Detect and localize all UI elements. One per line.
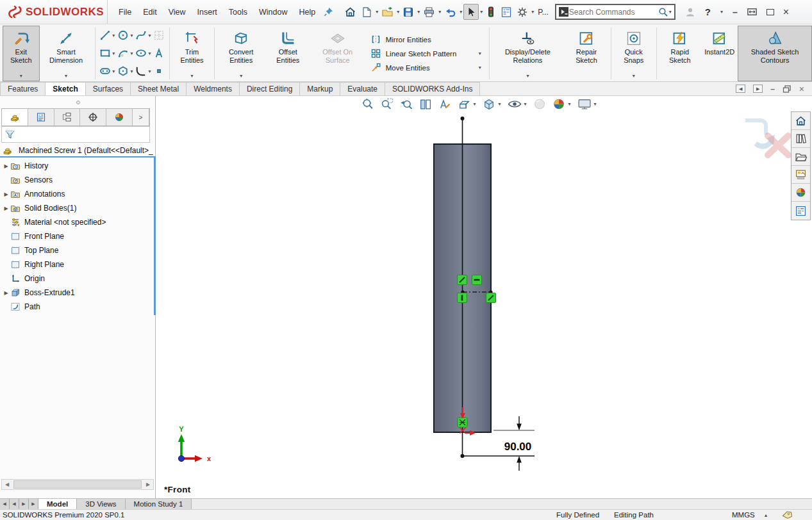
model-tab[interactable]: Model	[38, 499, 77, 509]
rapid-sketch-button[interactable]: Rapid Sketch	[659, 26, 702, 81]
relation-horizontal-badge[interactable]	[472, 275, 482, 285]
save-dropdown-icon[interactable]: ▾	[417, 9, 420, 15]
display-delete-relations-button[interactable]: Display/Delete Relations ▾	[492, 26, 565, 81]
print-dropdown-icon[interactable]: ▾	[438, 9, 442, 15]
tab-features[interactable]: Features	[0, 82, 46, 95]
spline-tool-button[interactable]: ▾	[134, 29, 152, 42]
tab-sketch[interactable]: Sketch	[45, 82, 85, 95]
trim-entities-button[interactable]: Trim Entities ▾	[172, 26, 211, 81]
custom-properties-tab[interactable]	[791, 202, 810, 220]
minimize-button[interactable]: –	[733, 8, 738, 17]
convert-entities-button[interactable]: Convert Entities ▾	[217, 26, 266, 81]
tree-filter-box[interactable]	[1, 126, 150, 143]
settings-dropdown-icon[interactable]: ▾	[531, 9, 534, 15]
new-document-button[interactable]	[359, 4, 374, 20]
tree-item-sensors[interactable]: Sensors	[0, 173, 154, 187]
menu-view[interactable]: View	[163, 5, 192, 19]
motion-study-tab[interactable]: Motion Study 1	[126, 499, 192, 509]
tag-icon[interactable]	[782, 510, 792, 519]
linear-pattern-dropdown-icon[interactable]: ▾	[478, 51, 482, 56]
scroll-left-icon[interactable]: ◀	[2, 482, 12, 487]
tab-weldments[interactable]: Weldments	[186, 82, 240, 95]
user-account-icon[interactable]	[684, 6, 696, 18]
maximize-button[interactable]	[766, 9, 774, 15]
tree-item-boss-extrude[interactable]: ▶ Boss-Extrude1	[0, 286, 154, 300]
panel-collapse-handle[interactable]	[0, 96, 156, 108]
expand-icon[interactable]: ▶	[0, 290, 10, 296]
print-button[interactable]	[421, 4, 437, 20]
tab-markup[interactable]: Markup	[299, 82, 340, 95]
arc-tool-button[interactable]: ▾	[116, 47, 134, 60]
expand-icon[interactable]: ▶	[0, 206, 10, 211]
point-tool-button[interactable]	[152, 65, 166, 77]
tree-item-annotations[interactable]: ▶ Annotations	[0, 187, 154, 201]
rebuild-button[interactable]	[484, 4, 498, 20]
undo-dropdown-icon[interactable]: ▾	[459, 9, 463, 15]
tree-item-history[interactable]: ▶ History	[0, 159, 154, 173]
menu-insert[interactable]: Insert	[192, 5, 223, 19]
units-dropdown-icon[interactable]: ▴	[765, 512, 767, 518]
menu-window[interactable]: Window	[253, 5, 293, 19]
displaymanager-tab[interactable]	[106, 109, 133, 126]
tab-scroll-next-icon[interactable]: ▶	[19, 499, 29, 509]
units-selector[interactable]: MMGS	[732, 511, 755, 519]
expand-icon[interactable]: ▶	[0, 163, 10, 169]
doc-minimize-icon[interactable]: –	[770, 85, 775, 93]
settings-gear-icon[interactable]	[515, 4, 530, 20]
exit-sketch-button[interactable]: Exit Sketch ▾	[3, 26, 40, 81]
ellipse-tool-button[interactable]: ▾	[134, 47, 152, 60]
scroll-right-icon[interactable]: ▶	[143, 482, 153, 487]
smart-dimension-dropdown-icon[interactable]: ▾	[65, 72, 67, 80]
tree-item-right-plane[interactable]: Right Plane	[0, 257, 154, 272]
design-library-tab[interactable]	[791, 130, 810, 148]
doc-close-icon[interactable]: ×	[799, 84, 804, 94]
sketch-endpoint-top[interactable]	[461, 117, 465, 120]
text-tool-button[interactable]	[152, 47, 166, 60]
slot-tool-button[interactable]: ▾	[98, 65, 116, 77]
repair-sketch-button[interactable]: Repair Sketch	[564, 26, 609, 81]
tab-direct-editing[interactable]: Direct Editing	[239, 82, 300, 95]
shaded-sketch-contours-button[interactable]: Shaded Sketch Contours	[738, 26, 812, 81]
doc-restore-icon[interactable]	[783, 85, 791, 93]
save-button[interactable]	[401, 4, 416, 20]
move-entities-dropdown-icon[interactable]: ▾	[478, 65, 482, 70]
view-palette-tab[interactable]	[791, 166, 810, 184]
scrollbar-thumb[interactable]	[13, 480, 142, 489]
doc-next-icon[interactable]: ▶	[753, 85, 763, 93]
span-displays-button[interactable]	[747, 7, 758, 17]
search-input[interactable]	[569, 8, 658, 17]
move-entities-button[interactable]: Move Entities ▾	[370, 62, 482, 73]
tree-horizontal-scrollbar[interactable]: ◀ ▶	[1, 479, 154, 490]
appearances-tab[interactable]	[791, 184, 810, 202]
file-explorer-tab[interactable]	[791, 148, 810, 166]
relation-coincident-badge[interactable]	[486, 293, 496, 303]
open-dropdown-icon[interactable]: ▾	[396, 9, 400, 15]
select-tool-button[interactable]	[463, 4, 479, 20]
panel-tabs-overflow-icon[interactable]: >	[133, 109, 149, 126]
propertymanager-tab[interactable]	[28, 109, 54, 126]
search-icon[interactable]	[658, 7, 668, 17]
search-dropdown-icon[interactable]: ▾	[668, 9, 672, 15]
3d-views-tab[interactable]: 3D Views	[77, 499, 125, 509]
pin-menu-icon[interactable]	[321, 4, 336, 19]
home-button[interactable]	[342, 4, 358, 20]
trim-dropdown-icon[interactable]: ▾	[191, 72, 194, 80]
relation-vertical-badge[interactable]	[458, 293, 467, 303]
exit-sketch-dropdown-icon[interactable]: ▾	[20, 72, 22, 80]
convert-dropdown-icon[interactable]: ▾	[240, 72, 242, 80]
instant2d-button[interactable]: Instant2D	[701, 26, 738, 81]
polygon-tool-button[interactable]: ▾	[116, 65, 134, 77]
menu-tools[interactable]: Tools	[223, 5, 253, 19]
tab-scroll-prev-icon[interactable]: ◀	[10, 499, 19, 509]
tab-scroll-first-icon[interactable]: ◀	[0, 499, 10, 509]
dimxpertmanager-tab[interactable]	[80, 109, 106, 126]
tab-solidworks-addins[interactable]: SOLIDWORKS Add-Ins	[385, 82, 480, 95]
relation-coincident-badge[interactable]	[458, 275, 467, 285]
smart-dimension-button[interactable]: Smart Dimension ▾	[40, 26, 93, 81]
linear-sketch-pattern-button[interactable]: Linear Sketch Pattern ▾	[370, 48, 482, 59]
tab-sheet-metal[interactable]: Sheet Metal	[130, 82, 186, 95]
options-list-icon[interactable]	[499, 4, 514, 20]
rectangle-tool-button[interactable]: ▾	[98, 47, 116, 60]
menu-file[interactable]: File	[113, 5, 137, 19]
undo-button[interactable]	[442, 4, 458, 20]
